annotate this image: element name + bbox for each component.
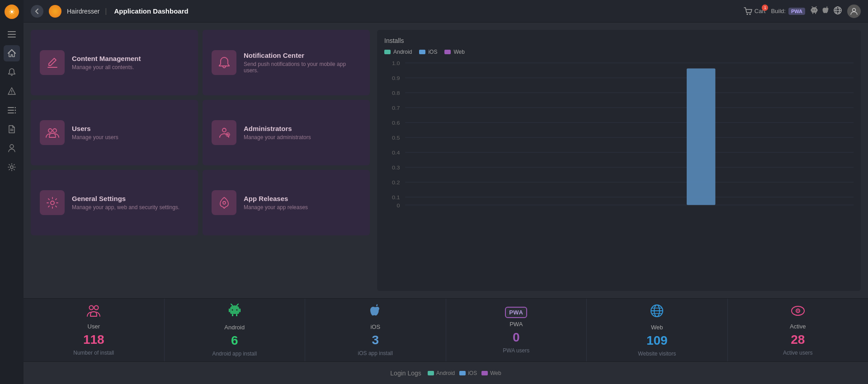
svg-point-39 xyxy=(223,201,226,204)
stat-ios: iOS 3 iOS app install xyxy=(305,299,446,361)
stat-active-sub: Active users xyxy=(783,350,812,356)
sidebar-item-home[interactable] xyxy=(4,45,20,61)
stat-active-icon xyxy=(791,304,805,320)
svg-point-9 xyxy=(15,110,16,111)
footer-legend-web: Web xyxy=(481,370,501,376)
footer-legend-web-label: Web xyxy=(490,370,501,376)
svg-rect-24 xyxy=(815,13,816,14)
legend-ios: iOS xyxy=(419,49,437,55)
stat-user-value: 118 xyxy=(83,332,104,347)
card-users-icon xyxy=(40,120,65,145)
user-avatar[interactable] xyxy=(847,5,861,18)
card-content-management-title: Content Management xyxy=(72,55,141,62)
svg-text:0.4: 0.4 xyxy=(392,150,400,156)
stat-ios-icon xyxy=(369,304,381,321)
svg-rect-21 xyxy=(811,9,812,11)
back-button[interactable] xyxy=(31,5,43,18)
card-app-releases[interactable]: App Releases Manage your app releases xyxy=(203,170,370,235)
sidebar-item-menu[interactable] xyxy=(4,26,20,42)
svg-point-8 xyxy=(15,107,16,108)
stat-user-label: User xyxy=(88,323,100,330)
legend-web-dot xyxy=(444,50,451,54)
android-icon[interactable] xyxy=(811,6,818,16)
svg-text:0.5: 0.5 xyxy=(392,135,400,141)
footer-legend-android-label: Android xyxy=(436,370,455,376)
card-general-settings[interactable]: General Settings Manage your app, web an… xyxy=(31,170,198,235)
card-notification-icon xyxy=(212,50,236,75)
footer-legend-web-dot xyxy=(481,371,488,375)
stat-android-sub: Android app install xyxy=(212,351,257,357)
card-settings-title: General Settings xyxy=(72,195,179,202)
legend-ios-label: iOS xyxy=(428,49,437,55)
footer-legend-android: Android xyxy=(428,370,455,376)
svg-point-14 xyxy=(10,166,13,169)
svg-point-15 xyxy=(746,14,748,15)
sidebar-item-doc[interactable] xyxy=(4,121,20,137)
card-content-management[interactable]: Content Management Manage your all conte… xyxy=(31,30,198,95)
stat-active-value: 28 xyxy=(791,332,805,347)
topnav: Hairdresser | Application Dashboard 1 Ca… xyxy=(24,0,868,23)
footer-legend: Android iOS Web xyxy=(428,370,501,376)
sidebar: ☀ xyxy=(0,0,24,384)
sidebar-item-person[interactable] xyxy=(4,140,20,156)
stats-bar: User 118 Number of install xyxy=(24,298,868,361)
stat-android-icon xyxy=(228,304,241,321)
build-section: Build: PWA xyxy=(771,8,805,15)
sidebar-item-notifications[interactable] xyxy=(4,64,20,80)
pwa-badge[interactable]: PWA xyxy=(788,8,805,15)
topnav-logo xyxy=(49,5,61,18)
card-content-management-desc: Manage your all contents. xyxy=(72,64,141,70)
stat-android-label: Android xyxy=(224,324,245,331)
svg-line-73 xyxy=(237,304,238,305)
svg-text:0.6: 0.6 xyxy=(392,120,400,126)
svg-text:0.8: 0.8 xyxy=(392,90,400,96)
card-content-management-icon xyxy=(40,50,65,75)
card-users-info: Users Manage your users xyxy=(72,125,118,140)
chart-legend: Android iOS Web xyxy=(384,49,854,55)
svg-rect-2 xyxy=(8,37,16,37)
stat-web-label: Web xyxy=(651,324,663,331)
stat-pwa-icon: PWA xyxy=(505,307,527,318)
footer-section: Login Logs Android iOS Web xyxy=(24,361,868,384)
svg-line-72 xyxy=(231,304,232,305)
card-administrators[interactable]: Administrators Manage your administrator… xyxy=(203,100,370,165)
sidebar-item-list[interactable] xyxy=(4,102,20,118)
card-users[interactable]: Users Manage your users xyxy=(31,100,198,165)
svg-point-33 xyxy=(53,129,57,132)
stat-android: Android 6 Android app install xyxy=(165,299,306,361)
svg-rect-22 xyxy=(817,9,818,11)
svg-point-17 xyxy=(813,9,814,10)
sidebar-logo: ☀ xyxy=(5,5,19,19)
stat-user-sub: Number of install xyxy=(73,350,114,356)
sidebar-item-warning[interactable] xyxy=(4,83,20,99)
card-notification-center[interactable]: Notification Center Send push notificati… xyxy=(203,30,370,95)
stat-pwa-label: PWA xyxy=(509,321,523,328)
legend-ios-dot xyxy=(419,50,425,54)
card-administrators-desc: Manage your administrators xyxy=(244,134,311,140)
svg-text:0: 0 xyxy=(397,202,400,208)
card-settings-icon xyxy=(40,190,65,215)
svg-rect-77 xyxy=(236,314,237,316)
cards-grid: Content Management Manage your all conte… xyxy=(31,30,370,291)
legend-web-label: Web xyxy=(453,49,464,55)
card-settings-info: General Settings Manage your app, web an… xyxy=(72,195,179,211)
card-users-title: Users xyxy=(72,125,118,132)
legend-android-label: Android xyxy=(393,49,412,55)
svg-line-20 xyxy=(816,6,816,7)
stat-web-value: 109 xyxy=(646,333,668,348)
svg-point-83 xyxy=(797,310,798,311)
chart-svg: 1.0 0.9 0.8 0.7 0.6 0.5 0.4 0.3 0.2 0.1 … xyxy=(384,61,854,210)
svg-rect-74 xyxy=(229,309,230,312)
apple-icon[interactable] xyxy=(822,6,829,16)
stat-active-label: Active xyxy=(790,323,806,330)
sidebar-item-settings[interactable] xyxy=(4,159,20,175)
cart-button[interactable]: 1 Cart xyxy=(744,7,766,15)
globe-icon[interactable] xyxy=(834,6,842,16)
svg-text:0.7: 0.7 xyxy=(392,105,400,111)
stat-web-icon xyxy=(650,304,664,321)
svg-point-10 xyxy=(15,112,16,114)
stat-ios-sub: iOS app install xyxy=(358,350,393,356)
card-administrators-icon xyxy=(212,120,236,145)
svg-point-71 xyxy=(236,309,237,310)
stat-active: Active 28 Active users xyxy=(728,299,868,361)
